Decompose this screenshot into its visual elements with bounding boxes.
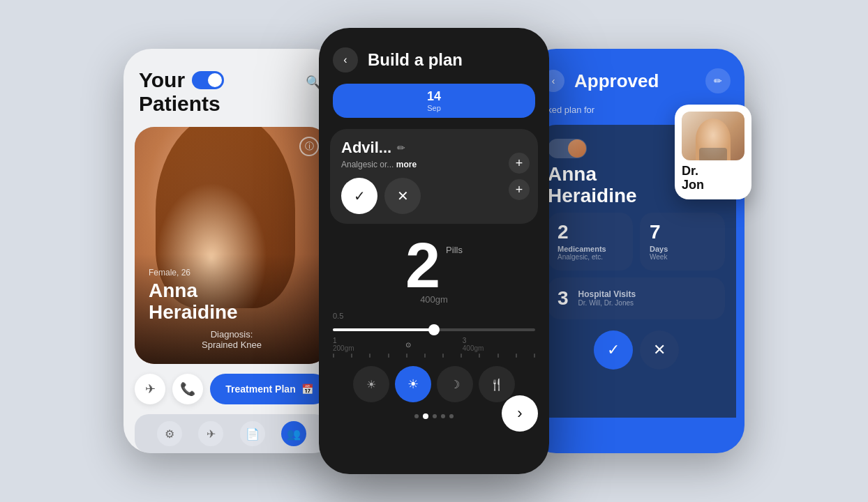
build-plan-header: ‹ Build a plan	[319, 28, 549, 84]
tick-10	[497, 353, 499, 358]
page-dots-row: ›	[319, 408, 549, 425]
pills-unit: Pills	[446, 245, 463, 255]
dot-3	[433, 414, 437, 418]
plus-button-2[interactable]: +	[509, 179, 530, 200]
patient-actions: ✈ 📞 Treatment Plan 📅	[124, 364, 340, 414]
medicaments-label: Medicaments	[558, 245, 623, 253]
patient-diagnosis: Diagnosis: Sprained Knee	[149, 329, 315, 350]
tick-2	[351, 353, 352, 358]
approve-icon: ✓	[607, 341, 620, 359]
tick-8	[461, 353, 462, 358]
meal-button[interactable]: 🍴	[479, 366, 515, 402]
send-button[interactable]: ✈	[135, 374, 165, 404]
med-name: Advil...	[341, 139, 391, 157]
confirm-button[interactable]: ✓	[341, 178, 377, 214]
med-controls: ✓ ✕	[341, 178, 503, 214]
dosage-grams: 400gm	[333, 294, 535, 305]
tick-6	[424, 353, 426, 358]
approved-back-icon: ‹	[552, 75, 555, 86]
days-stat: 7 Days Week	[640, 213, 725, 271]
reject-button[interactable]: ✕	[640, 330, 679, 370]
dawn-button[interactable]: ☀	[353, 366, 389, 402]
dosage-slider[interactable]	[333, 328, 535, 331]
patient-overlay: Female, 26 Anna Heraidine Diagnosis: Spr…	[135, 254, 329, 364]
hospital-label: Hospital Visits	[578, 289, 715, 299]
next-button[interactable]: ›	[502, 395, 538, 432]
calendar-icon: 📅	[301, 383, 313, 395]
slider-label-2: 3400gm	[463, 337, 484, 352]
hospital-number: 3	[558, 287, 569, 310]
patients-header: Your Patients 🔍	[124, 49, 340, 127]
screen-patients: Your Patients 🔍 ⓘ	[124, 49, 340, 453]
patient-card: ⓘ Female, 26 Anna Heraidine Diagnosis: S…	[135, 127, 329, 364]
treatment-plan-button[interactable]: Treatment Plan 📅	[210, 374, 329, 404]
dot-4	[441, 414, 445, 418]
phone-icon: 📞	[180, 381, 195, 397]
doctor-name: Dr. Jon	[682, 165, 744, 192]
nav-doc[interactable]: 📄	[240, 421, 265, 446]
slider-thumb	[428, 324, 440, 335]
tick-4	[388, 353, 389, 358]
patient-avatar-toggle[interactable]	[548, 139, 587, 158]
nav-settings[interactable]: ⚙	[157, 421, 182, 446]
dot-1	[414, 414, 419, 418]
night-button[interactable]: ☽	[437, 366, 473, 402]
dosage-section: 2 Pills 400gm	[319, 231, 549, 312]
slider-label-1: 1200gm	[333, 337, 354, 352]
send-icon: ✈	[145, 381, 156, 397]
medicaments-number: 2	[558, 222, 623, 242]
header-title-line1: Your	[139, 68, 185, 92]
med-card-inner: Advil... ✏ Analgesic or... more ✓ ✕	[330, 129, 538, 224]
approved-title: Approved	[574, 70, 696, 92]
pills-count: 2	[405, 238, 440, 294]
patient-gender-age: Female, 26	[149, 268, 315, 277]
slider-section: 0.5 1200gm ⊙ 3400gm	[319, 312, 549, 352]
hospital-visits-card: 3 Hospital Visits Dr. Will, Dr. Jones	[548, 277, 725, 319]
phone-button[interactable]: 📞	[172, 374, 203, 404]
date-day: 14	[344, 89, 524, 104]
nav-users[interactable]: 👥	[281, 421, 306, 446]
back-icon: ‹	[343, 54, 347, 66]
patient-avatar-img	[568, 139, 586, 158]
approved-edit-button[interactable]: ✏	[705, 68, 731, 93]
dot-5	[449, 414, 454, 418]
day-button[interactable]: ☀	[395, 366, 431, 402]
days-label: Days	[650, 245, 715, 253]
plus-button-1[interactable]: +	[509, 153, 530, 174]
medicaments-sublabel: Analgesic, etc.	[558, 253, 623, 261]
medication-card: Advil... ✏ Analgesic or... more ✓ ✕	[330, 129, 538, 224]
tick-1	[333, 353, 334, 358]
nav-share[interactable]: ✈	[198, 421, 223, 446]
info-icon[interactable]: ⓘ	[299, 137, 319, 156]
date-pill[interactable]: 14 Sep	[333, 84, 535, 118]
approve-button[interactable]: ✓	[594, 330, 633, 370]
screen-build-plan: ‹ Build a plan 14 Sep Advil... ✏	[319, 28, 549, 474]
med-edit-icon[interactable]: ✏	[397, 142, 405, 153]
medicaments-stat: 2 Medicaments Analgesic, etc.	[548, 213, 633, 271]
plus-buttons: + +	[509, 153, 530, 200]
approved-header: ‹ Approved ✏	[528, 49, 744, 105]
med-more[interactable]: more	[396, 160, 417, 169]
build-plan-title: Build a plan	[368, 50, 463, 70]
reject-icon: ✕	[653, 341, 666, 359]
patient-name: Anna Heraidine	[149, 280, 315, 324]
date-month: Sep	[344, 104, 524, 112]
cancel-button[interactable]: ✕	[384, 178, 421, 214]
bottom-nav: ⚙ ✈ 📄 👥	[135, 414, 329, 453]
approval-buttons: ✓ ✕	[548, 330, 725, 370]
hospital-doctors: Dr. Will, Dr. Jones	[578, 299, 715, 307]
doctor-face	[696, 119, 731, 160]
toggle-knob	[208, 73, 222, 87]
hospital-info: Hospital Visits Dr. Will, Dr. Jones	[578, 289, 715, 307]
approved-edit-icon: ✏	[714, 75, 722, 86]
slider-labels: 1200gm ⊙ 3400gm	[333, 337, 535, 352]
slider-min-label: 0.5	[333, 312, 343, 320]
doctor-photo	[682, 112, 744, 160]
patient-toggle[interactable]	[192, 71, 224, 89]
doctor-card: Dr. Jon	[675, 105, 751, 199]
med-description: Analgesic or... more	[341, 160, 503, 169]
tick-7	[442, 353, 444, 358]
back-button[interactable]: ‹	[333, 47, 358, 73]
stats-grid: 2 Medicaments Analgesic, etc. 7 Days Wee…	[548, 213, 725, 271]
days-sublabel: Week	[650, 253, 715, 261]
